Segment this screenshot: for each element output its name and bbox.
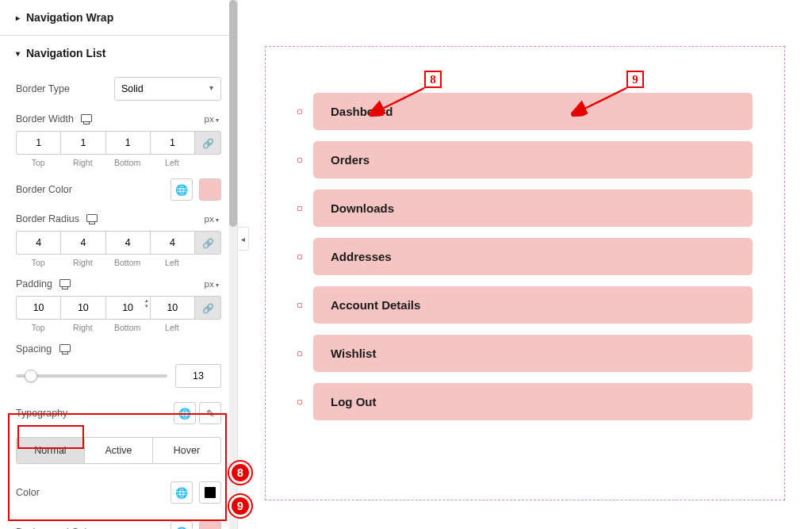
padding-inputs: Top Right ▴▾Bottom Left bbox=[0, 296, 237, 337]
edit-typography-button[interactable] bbox=[199, 402, 221, 424]
border-width-left[interactable] bbox=[150, 131, 194, 155]
border-width-inputs: Top Right Bottom Left bbox=[0, 131, 237, 172]
globe-icon bbox=[175, 184, 188, 196]
border-type-label: Border Type bbox=[16, 83, 70, 94]
border-type-select[interactable]: Solid bbox=[114, 77, 221, 101]
bullet-icon bbox=[297, 400, 302, 404]
sidebar-collapse-toggle[interactable]: ◂ bbox=[238, 227, 249, 251]
tab-hover[interactable]: Hover bbox=[153, 438, 220, 463]
global-typography-button[interactable] bbox=[174, 402, 196, 424]
border-radius-left[interactable] bbox=[150, 231, 194, 255]
padding-bottom[interactable] bbox=[105, 296, 150, 320]
responsive-icon[interactable] bbox=[86, 214, 98, 222]
border-radius-header: Border Radius px bbox=[0, 207, 237, 231]
tab-active[interactable]: Active bbox=[85, 438, 153, 463]
bullet-icon bbox=[297, 158, 302, 163]
section-navigation-list[interactable]: Navigation List bbox=[0, 36, 237, 71]
state-tabs: Normal Active Hover bbox=[16, 437, 221, 464]
nav-item-dashboard[interactable]: Dashboard bbox=[313, 93, 753, 130]
bg-color-swatch[interactable] bbox=[199, 521, 221, 529]
tab-normal[interactable]: Normal bbox=[17, 438, 85, 463]
color-row: Color bbox=[0, 470, 237, 510]
bullet-icon bbox=[297, 255, 302, 259]
preview-area: Dashboard Orders Downloads Addresses Acc… bbox=[238, 0, 812, 529]
padding-header: Padding px bbox=[0, 272, 237, 296]
link-values-button[interactable] bbox=[194, 231, 221, 255]
scrollbar-track[interactable] bbox=[229, 0, 237, 529]
section-title: Navigation List bbox=[26, 47, 105, 59]
sidebar: Navigation Wrap Navigation List Border T… bbox=[0, 0, 238, 529]
globe-icon bbox=[175, 487, 188, 499]
stepper-arrows[interactable]: ▴▾ bbox=[145, 297, 148, 309]
nav-row: Log Out bbox=[297, 383, 753, 420]
typography-label: Typography bbox=[16, 408, 67, 419]
nav-item-downloads[interactable]: Downloads bbox=[313, 190, 753, 227]
nav-item-account-details[interactable]: Account Details bbox=[313, 286, 753, 324]
border-color-swatch[interactable] bbox=[199, 178, 221, 201]
spacing-slider[interactable] bbox=[16, 374, 167, 378]
nav-row: Dashboard bbox=[297, 93, 753, 130]
responsive-icon[interactable] bbox=[59, 279, 71, 287]
border-width-right[interactable] bbox=[60, 131, 105, 155]
slider-handle[interactable] bbox=[25, 370, 37, 382]
padding-left[interactable] bbox=[150, 296, 194, 320]
link-icon bbox=[202, 301, 214, 315]
border-radius-label: Border Radius bbox=[16, 213, 79, 224]
globe-icon bbox=[175, 527, 188, 530]
nav-row: Orders bbox=[297, 141, 753, 178]
unit-selector[interactable]: px bbox=[205, 214, 219, 224]
callout-box-9: 9 bbox=[626, 71, 644, 88]
border-type-select-wrap: Solid bbox=[114, 77, 221, 101]
responsive-icon[interactable] bbox=[81, 114, 92, 122]
responsive-icon[interactable] bbox=[59, 344, 71, 352]
color-swatch[interactable] bbox=[199, 481, 221, 504]
bullet-icon bbox=[297, 303, 302, 308]
bullet-icon bbox=[297, 206, 302, 211]
globe-icon bbox=[178, 408, 191, 420]
padding-right[interactable] bbox=[60, 296, 105, 320]
border-color-label: Border Color bbox=[16, 184, 72, 195]
global-color-button[interactable] bbox=[170, 178, 193, 201]
nav-item-wishlist[interactable]: Wishlist bbox=[313, 335, 753, 372]
section-navigation-wrap[interactable]: Navigation Wrap bbox=[0, 0, 237, 35]
spacing-value[interactable] bbox=[175, 364, 221, 388]
spacing-slider-row bbox=[0, 361, 237, 396]
callout-badge-9: 9 bbox=[229, 495, 251, 517]
border-radius-right[interactable] bbox=[60, 231, 105, 255]
typography-row: Typography bbox=[0, 396, 237, 431]
border-color-row: Border Color bbox=[0, 172, 237, 207]
nav-item-orders[interactable]: Orders bbox=[313, 141, 753, 178]
link-values-button[interactable] bbox=[194, 131, 221, 155]
border-radius-bottom[interactable] bbox=[105, 231, 150, 255]
nav-item-log-out[interactable]: Log Out bbox=[313, 383, 753, 420]
global-color-button[interactable] bbox=[170, 521, 193, 529]
link-icon bbox=[202, 236, 214, 250]
link-values-button[interactable] bbox=[194, 296, 221, 320]
nav-row: Account Details bbox=[297, 286, 753, 324]
callout-badge-8: 8 bbox=[229, 462, 251, 484]
border-radius-top[interactable] bbox=[16, 231, 60, 255]
nav-item-addresses[interactable]: Addresses bbox=[313, 238, 753, 275]
scrollbar-thumb[interactable] bbox=[229, 0, 237, 227]
nav-row: Wishlist bbox=[297, 335, 753, 372]
unit-selector[interactable]: px bbox=[205, 114, 219, 124]
border-width-header: Border Width px bbox=[0, 107, 237, 131]
section-title: Navigation Wrap bbox=[26, 11, 113, 24]
nav-row: Addresses bbox=[297, 238, 753, 275]
border-width-label: Border Width bbox=[16, 113, 74, 125]
bullet-icon bbox=[297, 109, 302, 114]
padding-top[interactable] bbox=[16, 296, 60, 320]
preview-frame: Dashboard Orders Downloads Addresses Acc… bbox=[265, 46, 785, 500]
border-width-top[interactable] bbox=[16, 131, 60, 155]
border-width-bottom[interactable] bbox=[105, 131, 150, 155]
spacing-header: Spacing bbox=[0, 337, 237, 361]
color-label: Color bbox=[16, 487, 40, 498]
border-radius-inputs: Top Right Bottom Left bbox=[0, 231, 237, 272]
nav-row: Downloads bbox=[297, 190, 753, 227]
pencil-icon bbox=[206, 408, 215, 420]
spacing-label: Spacing bbox=[16, 343, 52, 355]
unit-selector[interactable]: px bbox=[205, 279, 219, 289]
bg-color-row: Background Color bbox=[0, 510, 237, 529]
global-color-button[interactable] bbox=[170, 481, 193, 504]
link-icon bbox=[202, 136, 214, 150]
